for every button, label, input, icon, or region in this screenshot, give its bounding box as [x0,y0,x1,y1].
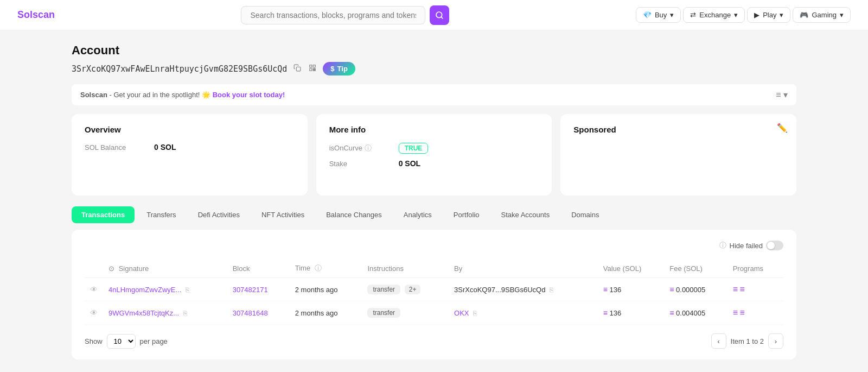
fee-amount: 0.004005 [676,309,705,317]
address-row: 3SrXcoKQ97xwFAwELnraHtpuycjGvmG82E9SBGs6… [72,62,796,75]
tab-analytics[interactable]: Analytics [394,206,442,223]
row2-programs: ≡ ≡ [727,301,783,325]
is-on-curve-row: isOnCurve ⓘ TRUE [329,143,539,154]
ad-banner: Solscan - Get your ad in the spotlight! … [72,84,796,105]
page-title: Account [72,43,796,58]
row1-block: 307482171 [227,278,290,301]
row2-value: ≡ 136 [598,301,665,325]
row2-block: 307481648 [227,301,290,325]
hide-failed-label: Hide failed [730,242,763,250]
instruction-tag-transfer: transfer [367,308,400,318]
header-nav: 💎 Buy ▾ ⇄ Exchange ▾ ▶ Play ▾ 🎮 Gaming ▾ [636,7,851,23]
row2-eye: 👁 [85,301,103,325]
logo: Solscan [17,9,55,21]
block-link[interactable]: 307481648 [233,309,268,317]
tab-nft-activities[interactable]: NFT Activities [252,206,314,223]
is-on-curve-badge: TRUE [399,143,429,154]
sol-icon: ≡ [669,308,674,317]
per-page-control: Show 10 25 50 per page [85,334,168,349]
sol-balance-row: SOL Balance 0 SOL [85,143,295,152]
qr-button[interactable] [308,63,317,74]
play-label: Play [763,11,776,19]
stake-value: 0 SOL [399,159,420,168]
row1-eye: 👁 [85,278,103,301]
stake-row: Stake 0 SOL [329,159,539,168]
svg-rect-2 [297,67,301,71]
ad-body: - Get your ad in the spotlight! 🌟 [109,91,212,99]
copy-address-button[interactable] [292,63,302,74]
search-button[interactable] [430,5,449,25]
tab-stake-accounts[interactable]: Stake Accounts [492,206,560,223]
table-header-row: ⊙ Signature Block Time ⓘ Instructions By… [85,259,783,278]
tip-button[interactable]: $ Tip [323,62,355,75]
per-page-select[interactable]: 10 25 50 [107,334,136,349]
table-row: 👁 4nLHmgomZwvZwyE... ⎘ 307482171 2 month… [85,278,783,301]
overview-card: Overview SOL Balance 0 SOL [72,114,308,196]
row1-signature: 4nLHmgomZwvZwyE... ⎘ [103,278,227,301]
more-info-card-title: More info [329,125,539,134]
exchange-button[interactable]: ⇄ Exchange ▾ [683,7,745,23]
sponsored-card-title: Sponsored [573,125,783,134]
row1-fee: ≡ 0.000005 [664,278,727,301]
row1-time: 2 months ago [290,278,362,301]
col-time: Time ⓘ [290,259,362,278]
ad-link[interactable]: Book your slot today! [213,91,285,99]
ad-menu-button[interactable]: ≡ ▾ [776,90,788,100]
tabs-row: Transactions Transfers Defi Activities N… [72,206,796,223]
copy-icon[interactable]: ⎘ [473,310,477,317]
next-page-button[interactable]: › [768,333,783,349]
svg-rect-8 [314,70,315,71]
dollar-icon: $ [330,65,334,73]
program-icon-2: ≡ [740,308,745,317]
filter-icon: ⊙ [108,264,114,273]
row1-value: ≡ 136 [598,278,665,301]
tab-portfolio[interactable]: Portfolio [444,206,489,223]
copy-icon[interactable]: ⎘ [550,286,553,294]
svg-rect-4 [314,65,316,67]
row2-instructions: transfer [362,301,449,325]
prev-page-button[interactable]: ‹ [711,333,726,349]
edit-icon[interactable]: ✏️ [777,123,788,133]
svg-rect-3 [310,65,312,67]
instruction-count: 2+ [405,285,421,294]
col-fee: Fee (SOL) [664,259,727,278]
tab-balance-changes[interactable]: Balance Changes [316,206,392,223]
show-label: Show [85,337,103,345]
solscan-brand: Solscan [80,91,107,99]
tab-domains[interactable]: Domains [561,206,609,223]
row2-fee: ≡ 0.004005 [664,301,727,325]
sol-balance-value: 0 SOL [154,143,176,152]
hide-failed-control: ⓘ Hide failed [719,241,783,250]
program-icon-2: ≡ [740,285,745,294]
eye-icon[interactable]: 👁 [90,285,98,294]
copy-icon[interactable]: ⎘ [186,286,189,294]
buy-button[interactable]: 💎 Buy ▾ [636,7,681,23]
fee-amount: 0.000005 [676,286,705,294]
eye-icon[interactable]: 👁 [90,308,98,317]
gamepad-icon: 🎮 [800,11,808,19]
tab-transfers[interactable]: Transfers [137,206,186,223]
chevron-down-icon: ▾ [734,11,738,19]
gaming-button[interactable]: 🎮 Gaming ▾ [793,7,851,23]
svg-line-1 [442,17,443,18]
info-circle-icon: ⓘ [719,241,726,250]
row2-signature: 9WGVm4x58TcjtqKz... ⎘ [103,301,227,325]
chevron-down-icon: ▾ [780,11,783,19]
svg-rect-7 [315,70,316,71]
tab-defi-activities[interactable]: Defi Activities [188,206,250,223]
overview-card-title: Overview [85,125,295,134]
search-bar [241,5,449,25]
copy-icon[interactable]: ⎘ [183,310,187,317]
by-link[interactable]: OKX [454,309,469,317]
search-input[interactable] [241,6,425,24]
item-range: Item 1 to 2 [731,337,764,345]
play-icon: ▶ [754,11,760,19]
hide-failed-toggle[interactable] [766,241,783,250]
block-link[interactable]: 307482171 [233,286,268,294]
play-button[interactable]: ▶ Play ▾ [747,7,790,23]
diamond-icon: 💎 [643,11,652,19]
tab-transactions[interactable]: Transactions [72,206,135,223]
signature-link[interactable]: 4nLHmgomZwvZwyE... [108,286,181,294]
signature-link[interactable]: 9WGVm4x58TcjtqKz... [108,309,179,317]
toggle-dot [767,242,775,249]
